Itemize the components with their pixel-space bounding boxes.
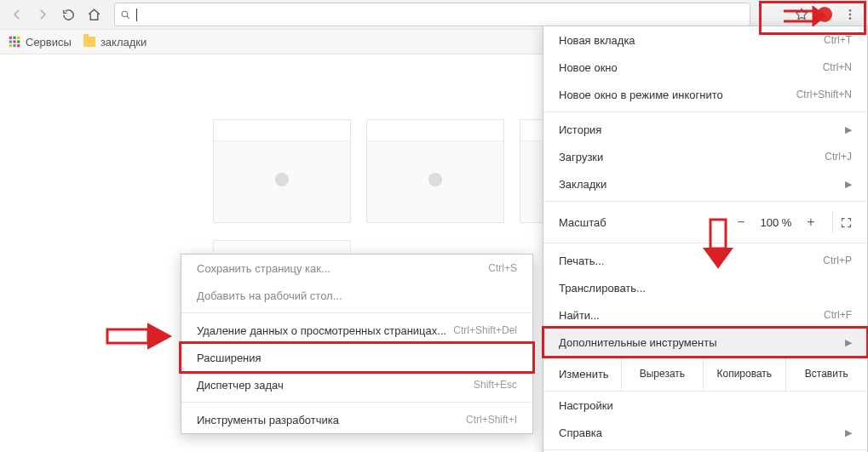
svg-point-0	[122, 11, 128, 17]
forward-button[interactable]	[31, 3, 55, 26]
submenu-label: Диспетчер задач	[197, 379, 284, 392]
edit-label: Изменить	[543, 368, 621, 380]
main-menu-dropdown: Новая вкладка Ctrl+T Новое окно Ctrl+N Н…	[543, 26, 868, 452]
menu-shortcut: Ctrl+N	[823, 61, 852, 73]
menu-help[interactable]: Справка ▶	[543, 419, 867, 446]
menu-label: Справка	[559, 426, 602, 439]
arrow-left-icon	[9, 7, 25, 22]
menu-cast[interactable]: Транслировать...	[543, 274, 867, 301]
menu-more-tools[interactable]: Дополнительные инструменты ▶	[543, 329, 867, 356]
zoom-out-button[interactable]: −	[728, 211, 754, 233]
back-button[interactable]	[5, 3, 29, 26]
menu-label: Закладки	[559, 178, 606, 191]
menu-label: Загрузки	[559, 151, 603, 163]
arrow-right-icon	[35, 7, 50, 22]
menu-separator	[543, 449, 867, 450]
menu-label: Дополнительные инструменты	[559, 336, 717, 349]
cut-button[interactable]: Вырезать	[621, 357, 703, 391]
kebab-menu-icon	[843, 8, 857, 21]
menu-label: Новая вкладка	[559, 34, 635, 47]
menu-separator	[181, 402, 532, 403]
menu-separator	[543, 243, 867, 243]
copy-button[interactable]: Копировать	[703, 357, 785, 391]
submenu-shortcut: Shift+Esc	[474, 379, 517, 391]
site-thumbnail[interactable]	[366, 119, 504, 223]
menu-label: История	[559, 123, 601, 136]
menu-shortcut: Ctrl+T	[824, 34, 852, 46]
svg-rect-7	[9, 40, 12, 43]
submenu-shortcut: Ctrl+Shift+Del	[453, 324, 517, 336]
paste-button[interactable]: Вставить	[785, 357, 867, 391]
svg-rect-4	[9, 37, 12, 39]
menu-label: Новое окно	[559, 61, 618, 74]
submenu-add-desktop[interactable]: Добавить на рабочий стол...	[181, 282, 532, 309]
fullscreen-icon	[840, 216, 853, 229]
submenu-label: Сохранить страницу как...	[197, 262, 331, 275]
menu-downloads[interactable]: Загрузки Ctrl+J	[543, 143, 867, 170]
bookmark-star-button[interactable]	[790, 3, 813, 26]
svg-rect-8	[13, 40, 15, 43]
menu-incognito[interactable]: Новое окно в режиме инкогнито Ctrl+Shift…	[543, 81, 867, 108]
extension-indicator-icon[interactable]	[817, 7, 832, 22]
svg-rect-5	[13, 37, 15, 39]
site-thumbnail[interactable]	[213, 119, 351, 223]
main-menu-button[interactable]	[837, 2, 863, 27]
apps-grid-icon	[9, 36, 20, 48]
home-button[interactable]	[82, 3, 106, 26]
address-bar[interactable]	[114, 3, 750, 26]
submenu-label: Удаление данных о просмотренных страница…	[197, 324, 446, 337]
submenu-extensions[interactable]: Расширения	[181, 344, 532, 371]
svg-rect-9	[17, 40, 20, 43]
submenu-task-manager[interactable]: Диспетчер задач Shift+Esc	[181, 371, 532, 398]
menu-settings[interactable]: Настройки	[543, 392, 867, 419]
fullscreen-button[interactable]	[832, 211, 859, 233]
apps-shortcut[interactable]: Сервисы	[9, 36, 72, 49]
menu-new-window[interactable]: Новое окно Ctrl+N	[543, 54, 867, 81]
svg-point-1	[849, 9, 852, 12]
chevron-right-icon: ▶	[845, 427, 852, 438]
zoom-value: 100 %	[757, 216, 795, 229]
svg-point-2	[849, 14, 852, 16]
toolbar-right	[759, 2, 836, 27]
more-tools-submenu: Сохранить страницу как... Ctrl+S Добавит…	[181, 254, 533, 434]
search-icon	[120, 9, 131, 20]
menu-shortcut: Ctrl+P	[823, 255, 852, 266]
menu-label: Новое окно в режиме инкогнито	[559, 89, 723, 101]
menu-label: Настройки	[559, 399, 613, 412]
menu-print[interactable]: Печать... Ctrl+P	[543, 247, 867, 274]
menu-separator	[543, 112, 867, 112]
menu-label: Найти...	[559, 309, 600, 322]
svg-point-3	[849, 17, 852, 20]
submenu-dev-tools[interactable]: Инструменты разработчика Ctrl+Shift+I	[181, 406, 532, 433]
menu-edit-row: Изменить Вырезать Копировать Вставить	[543, 356, 867, 392]
submenu-clear-data[interactable]: Удаление данных о просмотренных страница…	[181, 317, 532, 344]
menu-shortcut: Ctrl+Shift+N	[796, 89, 852, 100]
zoom-in-button[interactable]: +	[798, 211, 824, 233]
menu-find[interactable]: Найти... Ctrl+F	[543, 301, 867, 329]
menu-history[interactable]: История ▶	[543, 116, 867, 143]
reload-button[interactable]	[56, 3, 80, 26]
menu-separator	[543, 201, 867, 202]
submenu-label: Добавить на рабочий стол...	[197, 289, 342, 302]
menu-separator	[181, 312, 532, 313]
svg-rect-10	[9, 44, 12, 47]
svg-rect-11	[13, 44, 15, 47]
cursor-caret	[136, 9, 137, 21]
star-icon	[794, 7, 809, 22]
menu-label: Транслировать...	[559, 282, 646, 295]
chevron-right-icon: ▶	[845, 337, 852, 348]
menu-shortcut: Ctrl+F	[824, 309, 852, 321]
menu-bookmarks[interactable]: Закладки ▶	[543, 170, 867, 197]
submenu-label: Расширения	[197, 352, 262, 364]
chevron-right-icon: ▶	[845, 124, 852, 135]
menu-shortcut: Ctrl+J	[825, 151, 852, 163]
menu-new-tab[interactable]: Новая вкладка Ctrl+T	[543, 26, 867, 54]
bookmark-folder[interactable]: закладки	[83, 36, 147, 49]
home-icon	[87, 8, 101, 22]
submenu-label: Инструменты разработчика	[197, 414, 339, 426]
submenu-save-as[interactable]: Сохранить страницу как... Ctrl+S	[181, 255, 532, 282]
svg-rect-12	[17, 44, 20, 47]
apps-label: Сервисы	[26, 36, 72, 49]
menu-label: Печать...	[559, 255, 604, 267]
chevron-right-icon: ▶	[845, 179, 852, 190]
